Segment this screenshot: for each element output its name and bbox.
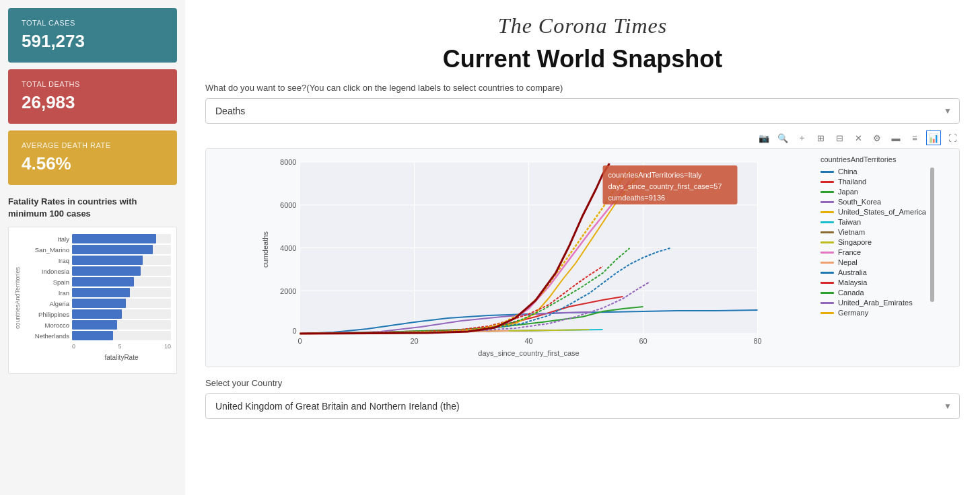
legend-item[interactable]: Germany bbox=[820, 309, 926, 317]
select-country-label: Select your Country bbox=[205, 378, 960, 388]
legend-label: United_Arab_Emirates bbox=[838, 299, 913, 307]
fatality-title: Fatality Rates in countries with minimum… bbox=[8, 196, 177, 220]
chart-wrapper: 8000 6000 4000 2000 0 cumdeaths 0 20 40 … bbox=[205, 148, 960, 367]
legend-scrollbar[interactable] bbox=[930, 167, 934, 302]
total-deaths-card: TOTAL DEATHS 26,983 bbox=[8, 69, 177, 124]
bar-chart-container: countriesAndTerritories Italy San_Marino… bbox=[8, 227, 177, 374]
legend-item[interactable]: Nepal bbox=[820, 258, 926, 266]
legend-area: countriesAndTerritories China Thailand J… bbox=[818, 155, 952, 360]
bar-row: Algeria bbox=[24, 299, 171, 308]
bar-row: Iran bbox=[24, 288, 171, 297]
bar-tick-0: 0 bbox=[72, 343, 75, 350]
bar-fill bbox=[72, 277, 134, 287]
legend-title: countriesAndTerritories bbox=[820, 155, 952, 163]
svg-text:80: 80 bbox=[753, 337, 761, 345]
legend-label: Nepal bbox=[838, 258, 858, 266]
toolbar-fullscreen-btn[interactable]: ⛶ bbox=[945, 130, 960, 145]
svg-text:4000: 4000 bbox=[280, 244, 296, 252]
svg-text:0: 0 bbox=[298, 337, 302, 345]
legend-line bbox=[820, 282, 834, 284]
legend-label: Singapore bbox=[838, 238, 872, 246]
legend-label: Taiwan bbox=[838, 218, 861, 226]
bar-row: Morocco bbox=[24, 320, 171, 330]
bar-fill bbox=[72, 320, 117, 330]
svg-text:0: 0 bbox=[292, 327, 296, 335]
legend-label: Australia bbox=[838, 268, 867, 276]
bar-fill bbox=[72, 331, 113, 340]
bar-label: Algeria bbox=[24, 300, 69, 307]
bar-y-axis-label: countriesAndTerritories bbox=[14, 234, 22, 361]
legend-line bbox=[820, 262, 834, 264]
bar-fill bbox=[72, 288, 130, 297]
bar-fill bbox=[72, 266, 141, 276]
bar-bg bbox=[72, 234, 171, 243]
bar-tick-5: 5 bbox=[118, 343, 121, 350]
legend-item[interactable]: Malaysia bbox=[820, 278, 926, 287]
bar-fill bbox=[72, 299, 126, 308]
bar-fill bbox=[72, 234, 156, 243]
legend-label: China bbox=[838, 167, 858, 176]
bar-label: Indonesia bbox=[24, 268, 69, 275]
svg-text:2000: 2000 bbox=[280, 287, 296, 295]
subtitle: What do you want to see?(You can click o… bbox=[205, 83, 960, 93]
svg-text:cumdeaths=9136: cumdeaths=9136 bbox=[608, 194, 666, 202]
metric-dropdown-wrapper[interactable]: Deaths Cases Fatality Rate ▼ bbox=[205, 98, 960, 124]
bar-row: Spain bbox=[24, 277, 171, 287]
legend-item[interactable]: Taiwan bbox=[820, 218, 926, 226]
toolbar-settings-btn[interactable]: ⚙ bbox=[870, 130, 884, 145]
toolbar-grid2-btn[interactable]: ⊟ bbox=[832, 130, 847, 145]
legend-line bbox=[820, 302, 834, 304]
bar-label: Netherlands bbox=[24, 332, 69, 340]
bar-chart-inner: Italy San_Marino Iraq Indonesia Spain bbox=[24, 234, 171, 361]
toolbar-xaxis-btn[interactable]: ✕ bbox=[851, 130, 866, 145]
legend-item[interactable]: China bbox=[820, 167, 926, 176]
total-cases-card: TOTAL CASES 591,273 bbox=[8, 8, 177, 63]
legend-list: China Thailand Japan South_Korea United_… bbox=[820, 167, 926, 319]
chart-tooltip: countriesAndTerritories=Italy days_since… bbox=[603, 165, 738, 204]
legend-label: Malaysia bbox=[838, 278, 867, 287]
legend-item[interactable]: Vietnam bbox=[820, 228, 926, 236]
fatality-section: Fatality Rates in countries with minimum… bbox=[8, 196, 177, 374]
svg-text:60: 60 bbox=[639, 337, 647, 345]
sidebar: TOTAL CASES 591,273 TOTAL DEATHS 26,983 … bbox=[0, 0, 185, 495]
toolbar-zoom-btn[interactable]: 🔍 bbox=[775, 130, 790, 145]
legend-item[interactable]: United_States_of_America bbox=[820, 208, 926, 216]
avg-death-rate-value: 4.56% bbox=[22, 153, 164, 174]
legend-line bbox=[820, 231, 834, 233]
bar-bg bbox=[72, 266, 171, 276]
legend-item[interactable]: South_Korea bbox=[820, 198, 926, 206]
bar-bg bbox=[72, 245, 171, 254]
legend-item[interactable]: United_Arab_Emirates bbox=[820, 299, 926, 307]
legend-item[interactable]: Japan bbox=[820, 188, 926, 196]
bar-label: San_Marino bbox=[24, 246, 69, 254]
svg-text:6000: 6000 bbox=[280, 201, 296, 209]
bar-row: Philippines bbox=[24, 309, 171, 319]
toolbar-grid1-btn[interactable]: ⊞ bbox=[813, 130, 828, 145]
chart-svg-area: 8000 6000 4000 2000 0 cumdeaths 0 20 40 … bbox=[213, 155, 811, 360]
toolbar-barchart-btn[interactable]: 📊 bbox=[926, 130, 941, 145]
legend-line bbox=[820, 171, 834, 173]
country-dropdown[interactable]: United Kingdom of Great Britain and Nort… bbox=[205, 393, 960, 419]
legend-line bbox=[820, 221, 834, 223]
legend-label: Vietnam bbox=[838, 228, 865, 236]
legend-item[interactable]: France bbox=[820, 248, 926, 256]
svg-text:20: 20 bbox=[410, 337, 418, 345]
legend-line bbox=[820, 191, 834, 193]
toolbar-lines-btn[interactable]: ≡ bbox=[907, 130, 922, 145]
bar-fill bbox=[72, 245, 153, 254]
legend-item[interactable]: Canada bbox=[820, 289, 926, 297]
bar-label: Morocco bbox=[24, 321, 69, 329]
toolbar-camera-btn[interactable]: 📷 bbox=[757, 130, 771, 145]
bar-fill bbox=[72, 309, 122, 319]
legend-item[interactable]: Singapore bbox=[820, 238, 926, 246]
legend-item[interactable]: Thailand bbox=[820, 178, 926, 186]
total-cases-label: TOTAL CASES bbox=[22, 19, 164, 27]
legend-item[interactable]: Australia bbox=[820, 268, 926, 276]
toolbar-plus-btn[interactable]: ＋ bbox=[794, 130, 809, 145]
country-dropdown-wrapper[interactable]: United Kingdom of Great Britain and Nort… bbox=[205, 393, 960, 419]
legend-line bbox=[820, 252, 834, 254]
metric-dropdown[interactable]: Deaths Cases Fatality Rate bbox=[205, 98, 960, 124]
bar-bg bbox=[72, 288, 171, 297]
toolbar-minus-btn[interactable]: ▬ bbox=[888, 130, 903, 145]
legend-label: Germany bbox=[838, 309, 868, 317]
